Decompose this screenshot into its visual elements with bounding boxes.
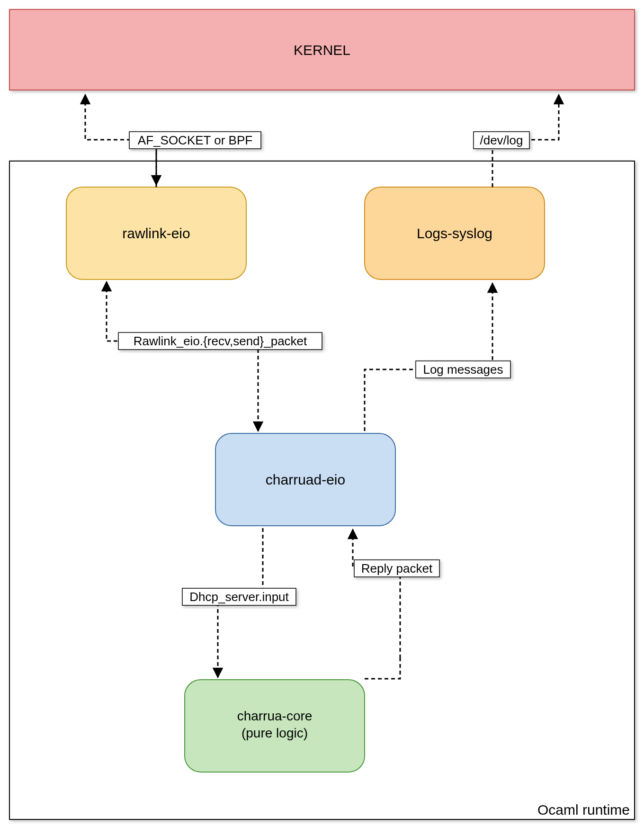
edge-devlog-label: /dev/log bbox=[480, 133, 523, 147]
charrua-core-node: charrua-core (pure logic) bbox=[185, 680, 365, 772]
runtime-label: Ocaml runtime bbox=[537, 802, 630, 818]
rawlink-eio-node: rawlink-eio bbox=[66, 187, 246, 279]
logs-syslog-label: Logs-syslog bbox=[417, 225, 492, 241]
edge-rawlinkapi-label: Rawlink_eio.{recv,send}_packet bbox=[134, 334, 307, 348]
kernel-label: KERNEL bbox=[294, 42, 350, 58]
charruad-eio-label: charruad-eio bbox=[266, 472, 345, 487]
edge-dhcpinput-label: Dhcp_server.input bbox=[189, 590, 289, 604]
kernel-box: KERNEL bbox=[9, 9, 635, 90]
charrua-core-label2: (pure logic) bbox=[242, 726, 308, 740]
edge-replypkt-label: Reply packet bbox=[361, 561, 433, 575]
logs-syslog-node: Logs-syslog bbox=[365, 187, 545, 279]
edge-afsocket-label: AF_SOCKET or BPF bbox=[138, 133, 252, 147]
edge-logmsgs-label: Log messages bbox=[423, 362, 503, 377]
charruad-eio-node: charruad-eio bbox=[215, 433, 395, 526]
charrua-core-label1: charrua-core bbox=[237, 709, 313, 723]
rawlink-eio-label: rawlink-eio bbox=[122, 225, 190, 241]
